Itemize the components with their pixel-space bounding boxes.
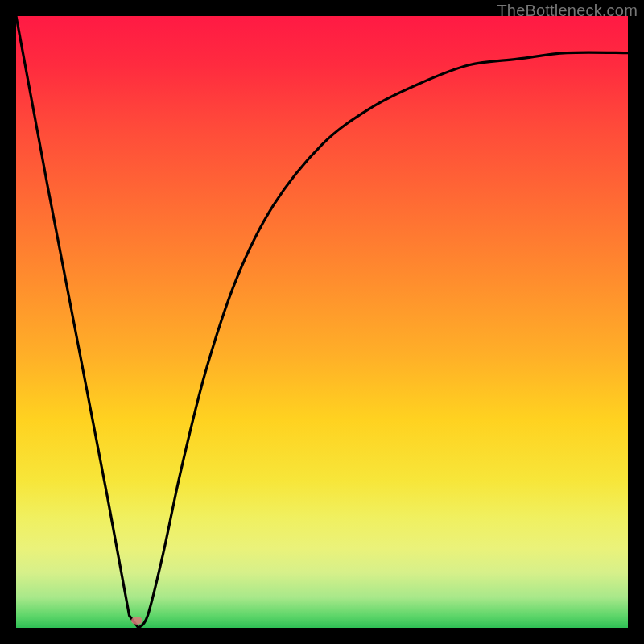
curve-path bbox=[16, 16, 628, 628]
bottleneck-curve bbox=[16, 16, 628, 628]
plot-frame bbox=[16, 16, 628, 628]
